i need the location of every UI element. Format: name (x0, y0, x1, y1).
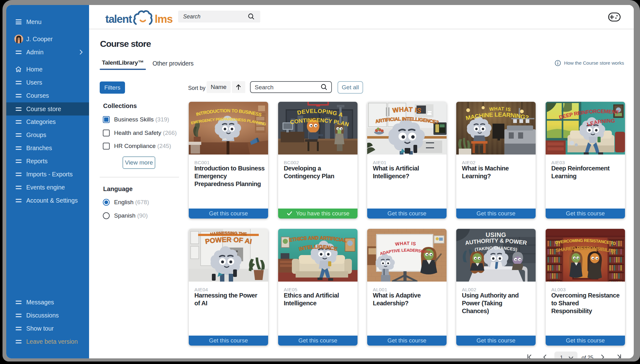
svg-text:WHAT IS: WHAT IS (489, 106, 511, 112)
svg-text:USING: USING (486, 231, 506, 238)
svg-text:WHAT IS: WHAT IS (395, 240, 416, 247)
svg-text:lms: lms (155, 13, 173, 25)
svg-text:talent: talent (105, 13, 132, 25)
